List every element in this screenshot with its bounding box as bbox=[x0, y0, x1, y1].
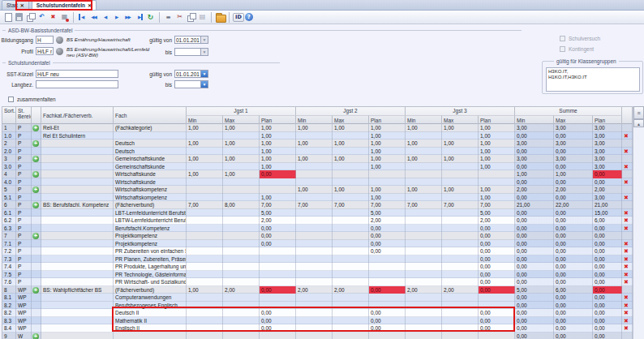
cell-value[interactable] bbox=[187, 333, 223, 339]
delete-row-icon[interactable]: ✖ bbox=[624, 256, 629, 263]
cell-value[interactable] bbox=[369, 333, 406, 339]
cell-fachkat[interactable] bbox=[41, 186, 114, 194]
cell-fach[interactable]: Wirtschaftskunde bbox=[114, 178, 187, 187]
gueltig-von-field[interactable] bbox=[174, 36, 201, 44]
cell-fach[interactable]: Deutsch II bbox=[114, 309, 187, 317]
cell-value[interactable]: 1,00 bbox=[223, 139, 260, 148]
cell-value[interactable]: 0,00 bbox=[479, 278, 515, 286]
cell-value[interactable] bbox=[442, 333, 479, 339]
cell-value[interactable] bbox=[223, 186, 260, 194]
cell-value[interactable]: 3,00 bbox=[554, 155, 593, 163]
cell-value[interactable]: 0,00 bbox=[593, 263, 622, 271]
delete-row-icon[interactable]: ✖ bbox=[624, 294, 629, 301]
delete-row-icon[interactable]: ✖ bbox=[624, 241, 629, 247]
save-record-icon[interactable] bbox=[14, 11, 24, 23]
cell-value[interactable] bbox=[223, 278, 260, 286]
cell-value[interactable] bbox=[260, 247, 296, 255]
add-row-icon[interactable]: + bbox=[32, 140, 39, 147]
cell-value[interactable]: 1,00 bbox=[296, 139, 333, 148]
cell-fachkat[interactable] bbox=[41, 155, 114, 163]
cell-value[interactable]: 1,00 bbox=[479, 186, 515, 194]
cell-value[interactable]: 0,00 bbox=[554, 240, 593, 248]
cell-value[interactable]: 0,00 bbox=[479, 232, 515, 240]
cell-value[interactable]: 0,00 bbox=[554, 225, 593, 233]
cell-value[interactable]: 0,00 bbox=[515, 317, 554, 325]
cell-fachkat[interactable] bbox=[41, 217, 114, 225]
cell-value[interactable] bbox=[442, 302, 479, 310]
add-row-icon[interactable]: + bbox=[32, 187, 39, 193]
cell-value[interactable]: 1,00 bbox=[369, 163, 406, 171]
cell-value[interactable]: 1,00 bbox=[479, 194, 515, 202]
cell-value[interactable] bbox=[406, 170, 442, 178]
cell-value[interactable]: 0,00 bbox=[593, 170, 622, 178]
cell-fach[interactable]: (Fachkategorie) bbox=[114, 124, 187, 132]
cell-value[interactable]: 0,00 bbox=[554, 217, 593, 225]
bildungsgang-field[interactable] bbox=[36, 36, 54, 44]
cell-value[interactable]: 21,00 bbox=[515, 201, 554, 209]
cell-value[interactable]: 0,00 bbox=[369, 324, 406, 333]
cell-value[interactable]: 8,00 bbox=[223, 201, 260, 209]
cell-value[interactable] bbox=[479, 333, 515, 339]
help-icon[interactable]: ? bbox=[245, 13, 253, 21]
cell-value[interactable]: 0,00 bbox=[479, 317, 515, 325]
cell-value[interactable]: 0,00 bbox=[515, 294, 554, 302]
profil-field[interactable] bbox=[36, 47, 54, 55]
cell-value[interactable] bbox=[333, 302, 369, 310]
cell-value[interactable]: 0,00 bbox=[593, 271, 622, 279]
cell-value[interactable]: 0,00 bbox=[260, 225, 296, 233]
cell-value[interactable] bbox=[442, 148, 479, 156]
cell-fach[interactable]: Mathematik II bbox=[114, 317, 187, 325]
cell-value[interactable] bbox=[406, 302, 442, 310]
cell-value[interactable] bbox=[223, 163, 260, 171]
cell-value[interactable]: 7,00 bbox=[479, 201, 515, 209]
delete-row-icon[interactable]: ✖ bbox=[624, 133, 629, 139]
cell-value[interactable] bbox=[333, 333, 369, 339]
klassengruppen-list[interactable]: H3KO.IT, H1KO.IT,H3KO.IT bbox=[546, 67, 640, 92]
cell-value[interactable] bbox=[296, 217, 333, 225]
cell-value[interactable] bbox=[223, 232, 260, 240]
kontingent-checkbox[interactable] bbox=[560, 46, 565, 52]
cell-value[interactable] bbox=[187, 217, 223, 225]
add-row-icon[interactable]: + bbox=[32, 125, 39, 131]
schulversuch-checkbox[interactable] bbox=[560, 36, 565, 41]
delete-row-icon[interactable]: ✖ bbox=[624, 148, 629, 155]
cell-value[interactable]: 0,00 bbox=[515, 309, 554, 317]
cell-value[interactable] bbox=[369, 294, 406, 302]
cell-value[interactable] bbox=[260, 302, 296, 310]
cell-value[interactable]: 2,00 bbox=[593, 186, 622, 194]
cell-value[interactable]: 0,00 bbox=[369, 309, 406, 317]
cell-value[interactable] bbox=[260, 271, 296, 279]
cell-value[interactable] bbox=[442, 278, 479, 286]
cell-value[interactable]: 0,00 bbox=[554, 302, 593, 310]
cell-value[interactable] bbox=[223, 302, 260, 310]
copy-icon[interactable] bbox=[186, 11, 196, 23]
cell-value[interactable] bbox=[442, 194, 479, 202]
cell-value[interactable]: 2,00 bbox=[515, 186, 554, 194]
delete-row-icon[interactable]: ✖ bbox=[624, 303, 629, 309]
cell-value[interactable]: 1,00 bbox=[260, 163, 296, 171]
cell-value[interactable] bbox=[187, 255, 223, 264]
cell-value[interactable] bbox=[406, 194, 442, 202]
cell-value[interactable]: 0,00 bbox=[260, 240, 296, 248]
nav-fast-prev-icon[interactable]: ◀◀ bbox=[88, 11, 99, 23]
cell-value[interactable]: 1,00 bbox=[479, 132, 515, 140]
cell-value[interactable]: 1,00 bbox=[479, 124, 515, 132]
cell-value[interactable] bbox=[333, 324, 369, 333]
cell-fachkat[interactable] bbox=[41, 263, 114, 271]
cell-value[interactable] bbox=[406, 324, 442, 333]
column-config-button[interactable]: ≡ bbox=[633, 106, 644, 119]
nav-prev-icon[interactable]: ◀ bbox=[100, 11, 110, 23]
cell-value[interactable]: 0,00 bbox=[260, 324, 296, 333]
cell-value[interactable] bbox=[296, 294, 333, 302]
cell-value[interactable]: 1,00 bbox=[223, 170, 260, 178]
cell-value[interactable]: 1,00 bbox=[442, 139, 479, 148]
cell-value[interactable] bbox=[187, 247, 223, 255]
cell-fach[interactable]: LBTW-Lernfeldunterricht Berufsth... bbox=[114, 217, 187, 225]
add-row-icon[interactable]: + bbox=[32, 287, 39, 294]
cell-value[interactable] bbox=[369, 255, 406, 264]
cell-value[interactable] bbox=[333, 240, 369, 248]
cell-value[interactable] bbox=[369, 278, 406, 286]
cell-value[interactable] bbox=[333, 271, 369, 279]
cell-value[interactable]: 0,00 bbox=[515, 302, 554, 310]
cell-value[interactable] bbox=[187, 294, 223, 302]
